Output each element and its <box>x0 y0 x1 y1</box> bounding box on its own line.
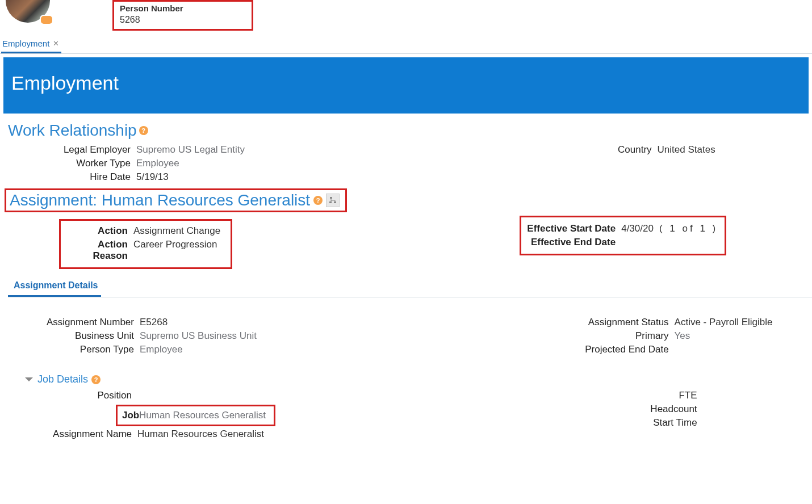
primary-value: Yes <box>675 330 690 342</box>
assignment-heading: Assignment: Human Resources Generalist <box>10 191 310 209</box>
fte-label: FTE <box>487 390 703 401</box>
assignment-heading-highlight: Assignment: Human Resources Generalist ? <box>5 188 347 212</box>
worker-type-value: Employee <box>136 158 179 169</box>
help-icon[interactable]: ? <box>313 196 323 205</box>
job-details-heading[interactable]: Job Details ? <box>25 373 806 385</box>
assignment-name-label: Assignment Name <box>8 429 137 440</box>
assignment-status-value: Active - Payroll Eligible <box>675 317 773 328</box>
collapse-icon <box>25 377 33 381</box>
action-value: Assignment Change <box>133 225 220 237</box>
action-reason-value: Career Progression <box>133 239 217 250</box>
action-label: Action <box>66 225 133 237</box>
worker-type-label: Worker Type <box>8 158 136 169</box>
business-unit-value: Supremo US Business Unit <box>140 330 257 342</box>
effective-start-label: Effective Start Date <box>526 223 621 234</box>
person-number-label: Person Number <box>120 3 183 14</box>
job-label: Job <box>122 410 139 421</box>
close-icon[interactable]: ✕ <box>53 39 59 48</box>
job-value: Human Resources Generalist <box>139 410 266 421</box>
record-pager: ( 1 of 1 ) <box>659 223 718 234</box>
person-type-label: Person Type <box>8 344 140 355</box>
person-number-highlight: Person Number 5268 <box>112 0 253 31</box>
projected-end-label: Projected End Date <box>487 344 675 355</box>
primary-label: Primary <box>487 330 675 342</box>
help-icon[interactable]: ? <box>139 126 148 135</box>
assignment-subtabs: Assignment Details <box>8 277 812 297</box>
position-label: Position <box>8 390 137 401</box>
action-reason-label: Action Reason <box>66 239 133 262</box>
open-tabs-bar: Employment ✕ <box>0 36 812 54</box>
effective-end-label: Effective End Date <box>526 237 621 248</box>
country-label: Country <box>487 144 658 156</box>
country-value: United States <box>658 144 715 156</box>
assignment-name-value: Human Resources Generalist <box>137 429 264 440</box>
work-relationship-heading: Work Relationship ? <box>8 121 806 140</box>
assignment-status-label: Assignment Status <box>487 317 675 328</box>
legal-employer-value: Supremo US Legal Entity <box>136 144 245 156</box>
tab-assignment-details[interactable]: Assignment Details <box>8 277 101 297</box>
start-time-label: Start Time <box>487 417 703 429</box>
assignment-number-label: Assignment Number <box>8 317 140 328</box>
hire-date-value: 5/19/13 <box>136 171 169 183</box>
business-unit-label: Business Unit <box>8 330 140 342</box>
page-title: Employment <box>11 72 119 94</box>
hire-date-label: Hire Date <box>8 171 136 183</box>
avatar <box>6 0 50 23</box>
effective-start-value: 4/30/20 <box>621 223 654 234</box>
person-type-value: Employee <box>140 344 183 355</box>
page-title-banner: Employment <box>3 57 809 114</box>
headcount-label: Headcount <box>487 404 703 415</box>
tab-employment-label: Employment <box>2 39 49 48</box>
job-highlight: Job Human Resources Generalist <box>116 405 275 426</box>
action-highlight: Action Assignment Change Action Reason C… <box>59 219 232 269</box>
person-number-value: 5268 <box>120 14 183 26</box>
svg-rect-1 <box>329 201 332 203</box>
assignment-number-value: E5268 <box>140 317 168 328</box>
legal-employer-label: Legal Employer <box>8 144 136 156</box>
help-icon[interactable]: ? <box>91 375 101 384</box>
hierarchy-icon[interactable] <box>326 194 340 207</box>
tab-employment[interactable]: Employment ✕ <box>1 36 61 53</box>
effective-dates-highlight: Effective Start Date 4/30/20 ( 1 of 1 ) … <box>520 216 726 255</box>
svg-rect-0 <box>330 197 332 199</box>
svg-rect-2 <box>334 201 336 203</box>
